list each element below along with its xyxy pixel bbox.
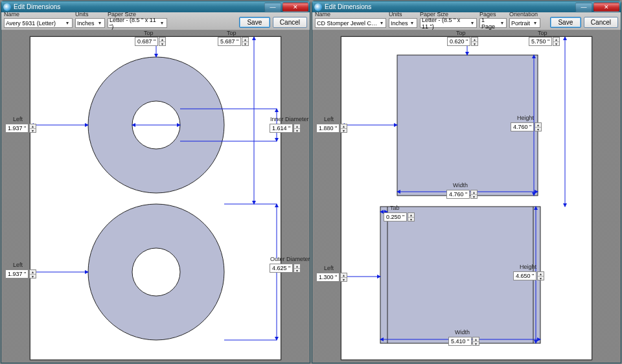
spinner[interactable]: ▴▾	[535, 122, 542, 131]
left2-box: 1.300 " ▴▾	[316, 273, 347, 282]
cancel-button[interactable]: Cancel	[584, 17, 618, 28]
spinner[interactable]: ▴▾	[159, 37, 166, 46]
app-icon	[314, 3, 322, 11]
units-value: Inches	[391, 20, 408, 27]
left-label: Left	[324, 265, 334, 271]
chevron-down-icon: ▾	[499, 20, 505, 26]
window-edit-dimensions-left: Edit Dimensions — ✕ Name Avery 5931 (Let…	[1, 1, 310, 363]
paper-dropdown[interactable]: Letter - (8.5 " x 11 ") ▾	[420, 18, 477, 28]
close-button[interactable]: ✕	[593, 3, 619, 12]
top-label: Top	[227, 30, 236, 36]
spinner[interactable]: ▴▾	[471, 37, 478, 46]
units-label: Units	[75, 11, 105, 17]
left2-value-box: 1.937 " ▴▾	[5, 269, 36, 279]
window-edit-dimensions-right: Edit Dimensions — ✕ Name CD Stomper Jewe…	[312, 1, 621, 363]
w1-box: 4.760 " ▴▾	[446, 190, 478, 199]
paper-field: Paper Size Letter - (8.5 " x 11 ") ▾	[108, 11, 167, 28]
spinner[interactable]: ▴▾	[340, 124, 347, 133]
height-label: Height	[517, 115, 534, 121]
orientation-value: Portrait	[511, 20, 530, 27]
spinner[interactable]: ▴▾	[294, 264, 301, 273]
paper-field: Paper Size Letter - (8.5 " x 11 ") ▾	[420, 11, 477, 28]
chevron-down-icon: ▾	[159, 20, 165, 26]
outer-diameter-box: 4.625 " ▴▾	[270, 264, 301, 273]
save-button[interactable]: Save	[550, 17, 581, 28]
left-label: Left	[13, 116, 23, 122]
page-preview	[30, 36, 281, 360]
units-field: Units Inches ▾	[389, 11, 417, 28]
paper-dropdown[interactable]: Letter - (8.5 " x 11 ") ▾	[108, 18, 167, 28]
inner-input[interactable]: 1.614 "	[270, 124, 293, 133]
window-title: Edit Dimensions	[325, 3, 573, 10]
svg-point-3	[132, 248, 180, 296]
outer-input[interactable]: 4.625 "	[270, 264, 293, 273]
h2-input[interactable]: 4.650 "	[513, 271, 536, 280]
paper-value: Letter - (8.5 " x 11 ")	[109, 17, 158, 30]
name-value: Avery 5931 (Letter)	[6, 20, 56, 27]
toolbar: Name CD Stomper Jewel Case (Letter) ▾ Un…	[312, 12, 621, 30]
left2-input[interactable]: 1.300 "	[316, 273, 340, 282]
chevron-down-icon: ▾	[409, 20, 415, 26]
outer-diameter-label: Outer Diameter	[270, 256, 310, 262]
name-label: Name	[315, 11, 386, 17]
left-label: Left	[324, 116, 334, 122]
close-button[interactable]: ✕	[282, 3, 308, 12]
left1-input[interactable]: 1.880 "	[316, 124, 340, 133]
name-dropdown[interactable]: CD Stomper Jewel Case (Letter) ▾	[315, 18, 386, 28]
w2-input[interactable]: 5.410 "	[448, 337, 472, 346]
svg-point-2	[88, 204, 224, 340]
tab-input[interactable]: 0.250 "	[384, 212, 407, 222]
orientation-dropdown[interactable]: Portrait ▾	[509, 18, 540, 28]
toolbar: Name Avery 5931 (Letter) ▾ Units Inches …	[1, 12, 310, 30]
width-label: Width	[455, 329, 470, 336]
spinner[interactable]: ▴▾	[553, 37, 560, 46]
spinner[interactable]: ▴▾	[340, 273, 347, 282]
spinner[interactable]: ▴▾	[29, 124, 36, 133]
cancel-button[interactable]: Cancel	[273, 17, 307, 28]
orientation-field: Orientation Portrait ▾	[509, 11, 540, 28]
left1-value-box: 1.937 " ▴▾	[5, 124, 36, 133]
top-label: Top	[144, 30, 154, 36]
chevron-down-icon: ▾	[97, 20, 103, 26]
top1-input[interactable]: 0.687 "	[135, 37, 158, 46]
svg-point-0	[88, 57, 224, 193]
top2-input[interactable]: 5.750 "	[529, 37, 552, 46]
top2-input[interactable]: 5.687 "	[218, 37, 241, 46]
inner-diameter-box: 1.614 " ▴▾	[270, 124, 301, 133]
spinner[interactable]: ▴▾	[537, 271, 544, 280]
orientation-label: Orientation	[509, 11, 540, 17]
w2-box: 5.410 " ▴▾	[448, 337, 479, 346]
save-button[interactable]: Save	[239, 17, 270, 28]
name-label: Name	[4, 11, 73, 17]
units-field: Units Inches ▾	[75, 11, 105, 28]
svg-point-1	[132, 101, 180, 149]
minimize-button[interactable]: —	[264, 3, 281, 12]
chevron-down-icon: ▾	[469, 20, 475, 26]
height-label: Height	[520, 264, 536, 270]
pages-dropdown[interactable]: 1 Page ▾	[479, 18, 507, 28]
spinner[interactable]: ▴▾	[408, 212, 415, 222]
top-label: Top	[456, 30, 466, 36]
top-label: Top	[538, 30, 547, 36]
spinner[interactable]: ▴▾	[242, 37, 249, 46]
name-dropdown[interactable]: Avery 5931 (Letter) ▾	[4, 18, 73, 28]
name-field: Name Avery 5931 (Letter) ▾	[4, 11, 73, 28]
left2-input[interactable]: 1.937 "	[5, 269, 29, 279]
top2-value-box: 5.687 " ▴▾	[218, 37, 249, 46]
width-label: Width	[453, 182, 468, 188]
app-icon	[3, 3, 11, 11]
spinner[interactable]: ▴▾	[470, 190, 478, 199]
spinner[interactable]: ▴▾	[294, 124, 301, 133]
units-dropdown[interactable]: Inches ▾	[75, 18, 105, 28]
w1-input[interactable]: 4.760 "	[446, 190, 470, 199]
units-dropdown[interactable]: Inches ▾	[389, 18, 417, 28]
top2-box: 5.750 " ▴▾	[529, 37, 560, 46]
chevron-down-icon: ▾	[64, 20, 71, 26]
left1-input[interactable]: 1.937 "	[5, 124, 29, 133]
spinner[interactable]: ▴▾	[29, 269, 36, 279]
h1-input[interactable]: 4.760 "	[511, 122, 534, 131]
spinner[interactable]: ▴▾	[472, 337, 479, 346]
minimize-button[interactable]: —	[575, 3, 592, 12]
top1-input[interactable]: 0.620 "	[447, 37, 470, 46]
left1-box: 1.880 " ▴▾	[316, 124, 347, 133]
